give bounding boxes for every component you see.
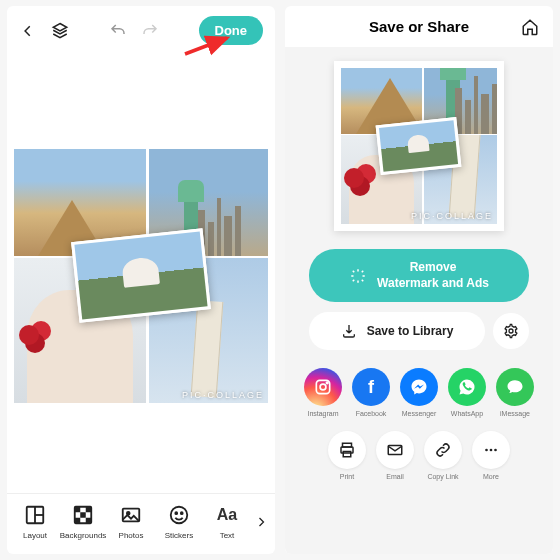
share-facebook[interactable]: fFacebook xyxy=(352,368,390,417)
undo-icon[interactable] xyxy=(109,22,127,40)
share-top-bar: Save or Share xyxy=(285,6,553,47)
svg-point-24 xyxy=(490,449,493,452)
svg-point-13 xyxy=(175,512,177,514)
save-to-library-button[interactable]: Save to Library xyxy=(309,312,485,350)
share-body: PIC·COLLAGE Remove Watermark and Ads Sav… xyxy=(285,47,553,554)
app-label: Messenger xyxy=(402,410,437,417)
layout-icon xyxy=(24,504,46,526)
text-icon: Aa xyxy=(216,504,238,526)
svg-point-18 xyxy=(326,382,328,384)
action-label: Email xyxy=(386,473,404,480)
tool-layout[interactable]: Layout xyxy=(11,504,59,540)
redo-icon[interactable] xyxy=(141,22,159,40)
link-icon xyxy=(424,431,462,469)
facebook-icon: f xyxy=(352,368,390,406)
watermark-label: PIC·COLLAGE xyxy=(182,390,264,400)
print-icon xyxy=(328,431,366,469)
tool-label: Backgrounds xyxy=(60,531,107,540)
gear-icon xyxy=(503,323,519,339)
app-label: iMessage xyxy=(500,410,530,417)
svg-rect-9 xyxy=(86,518,92,524)
share-whatsapp[interactable]: WhatsApp xyxy=(448,368,486,417)
settings-button[interactable] xyxy=(493,313,529,349)
mail-icon xyxy=(376,431,414,469)
stickers-icon xyxy=(168,504,190,526)
layers-icon[interactable] xyxy=(51,22,69,40)
home-icon[interactable] xyxy=(521,18,539,36)
action-copy-link[interactable]: Copy Link xyxy=(424,431,462,480)
share-screen: Save or Share PIC·COLLAGE Remove Waterma… xyxy=(285,6,553,554)
collage-canvas[interactable]: PIC·COLLAGE xyxy=(7,55,275,493)
tool-stickers[interactable]: Stickers xyxy=(155,504,203,540)
editor-top-bar: Done xyxy=(7,6,275,55)
imessage-icon xyxy=(496,368,534,406)
download-icon xyxy=(341,323,357,339)
editor-toolbar: Layout Backgrounds Photos Stickers AaTex… xyxy=(7,493,275,554)
tool-label: Text xyxy=(220,531,235,540)
share-apps-row: Instagram fFacebook Messenger WhatsApp i… xyxy=(304,368,534,417)
more-icon xyxy=(472,431,510,469)
tool-photos[interactable]: Photos xyxy=(107,504,155,540)
tool-backgrounds[interactable]: Backgrounds xyxy=(59,504,107,540)
action-more[interactable]: More xyxy=(472,431,510,480)
action-label: Copy Link xyxy=(427,473,458,480)
instagram-icon xyxy=(304,368,342,406)
page-title: Save or Share xyxy=(369,18,469,35)
remove-watermark-label: Remove Watermark and Ads xyxy=(377,260,489,291)
svg-point-25 xyxy=(494,449,497,452)
action-email[interactable]: Email xyxy=(376,431,414,480)
app-label: Facebook xyxy=(356,410,387,417)
svg-point-23 xyxy=(485,449,488,452)
svg-rect-5 xyxy=(75,507,81,513)
svg-rect-7 xyxy=(80,512,86,518)
svg-point-14 xyxy=(181,512,183,514)
photos-icon xyxy=(120,504,142,526)
tool-label: Layout xyxy=(23,531,47,540)
editor-screen: Done PIC·COLLAGE Layout Backgrounds Phot… xyxy=(7,6,275,554)
share-imessage[interactable]: iMessage xyxy=(496,368,534,417)
messenger-icon xyxy=(400,368,438,406)
svg-rect-8 xyxy=(75,518,81,524)
whatsapp-icon xyxy=(448,368,486,406)
magic-icon xyxy=(349,267,367,285)
tool-label: Photos xyxy=(119,531,144,540)
app-label: WhatsApp xyxy=(451,410,483,417)
collage[interactable]: PIC·COLLAGE xyxy=(11,146,271,406)
back-icon[interactable] xyxy=(19,22,37,40)
done-button[interactable]: Done xyxy=(199,16,264,45)
save-label: Save to Library xyxy=(367,324,454,338)
svg-rect-6 xyxy=(86,507,92,513)
share-messenger[interactable]: Messenger xyxy=(400,368,438,417)
action-label: More xyxy=(483,473,499,480)
backgrounds-icon xyxy=(72,504,94,526)
share-instagram[interactable]: Instagram xyxy=(304,368,342,417)
actions-row: Print Email Copy Link More xyxy=(328,431,510,480)
tool-label: Stickers xyxy=(165,531,193,540)
collage-thumbnail[interactable]: PIC·COLLAGE xyxy=(334,61,504,231)
tool-text[interactable]: AaText xyxy=(203,504,251,540)
app-label: Instagram xyxy=(307,410,338,417)
action-label: Print xyxy=(340,473,354,480)
collage-overlay-tajmahal[interactable] xyxy=(71,229,211,324)
svg-point-17 xyxy=(320,384,326,390)
svg-point-15 xyxy=(509,329,513,333)
remove-watermark-button[interactable]: Remove Watermark and Ads xyxy=(309,249,529,302)
toolbar-more-button[interactable] xyxy=(251,516,271,528)
svg-point-12 xyxy=(171,507,188,524)
action-print[interactable]: Print xyxy=(328,431,366,480)
